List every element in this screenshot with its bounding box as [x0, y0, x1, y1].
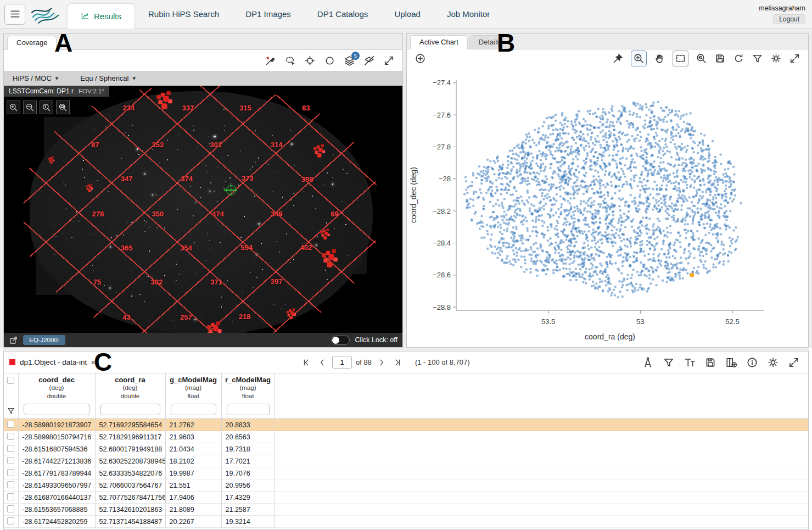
- table-row[interactable]: -28.58998015079471652.7182919691131721.9…: [4, 431, 808, 443]
- tab-dp1-images[interactable]: DP1 Images: [232, 0, 304, 29]
- tab-job-monitor[interactable]: Job Monitor: [434, 0, 503, 29]
- column-filter-input[interactable]: [171, 404, 216, 415]
- coverage-options-bar: HiPS / MOC ▾ Equ / Spherical ▾: [4, 71, 402, 86]
- layers-icon[interactable]: 5: [344, 55, 355, 66]
- tab-dp1-catalogs[interactable]: DP1 Catalogs: [304, 0, 382, 29]
- coverage-toolbar: 5: [4, 50, 402, 71]
- box-select-icon[interactable]: [673, 51, 688, 66]
- hamburger-menu-button[interactable]: [4, 4, 25, 25]
- close-icon[interactable]: ×: [91, 358, 96, 367]
- settings-gear-icon[interactable]: [767, 356, 779, 369]
- visit-tile-number: 218: [239, 312, 251, 320]
- pan-hand-icon[interactable]: [654, 53, 665, 64]
- zoom-in-tool-icon[interactable]: [631, 51, 647, 66]
- tab-results[interactable]: Results: [67, 3, 135, 29]
- expand-icon[interactable]: [789, 53, 800, 64]
- draw-tools-icon[interactable]: [265, 55, 276, 66]
- circle-select-icon[interactable]: [324, 55, 335, 66]
- save-icon[interactable]: [714, 53, 726, 64]
- table-cell: -28.61516807594536: [18, 443, 95, 455]
- svg-text:−27.8: −27.8: [433, 143, 451, 151]
- drawing-compass-icon[interactable]: [642, 356, 654, 369]
- visit-tile-number: 87: [91, 141, 99, 149]
- popout-icon[interactable]: [9, 336, 18, 345]
- table-cell: 19.3214: [221, 516, 275, 528]
- column-filter-input[interactable]: [24, 404, 90, 415]
- coverage-panel: Coverage A 5 HiPS / MOC ▾ Equ / Spherica…: [3, 33, 403, 348]
- expand-icon[interactable]: [788, 356, 800, 369]
- first-page-icon[interactable]: [300, 356, 312, 369]
- table-row[interactable]: -28.61744227121383652.63025220873894518.…: [4, 455, 808, 467]
- column-header-g-cmodelmag[interactable]: g_cModelMag (mag) float: [165, 373, 221, 419]
- zoom-1to1-icon[interactable]: [40, 101, 53, 114]
- layers-count-badge: 5: [351, 52, 360, 60]
- logout-button[interactable]: Logout: [773, 14, 805, 24]
- zoom-reset-icon[interactable]: [696, 53, 707, 64]
- layers-off-icon[interactable]: [363, 55, 375, 66]
- column-filter-input[interactable]: [100, 404, 160, 415]
- text-view-icon[interactable]: [684, 356, 696, 369]
- tab-coverage[interactable]: Coverage: [7, 36, 57, 50]
- filler-cell: [275, 516, 808, 528]
- filter-icon[interactable]: [752, 53, 763, 64]
- lasso-select-icon[interactable]: [284, 55, 296, 66]
- filter-icon[interactable]: [663, 356, 675, 369]
- tab-active-chart[interactable]: Active Chart: [410, 35, 468, 49]
- table-cell: 21.0434: [165, 443, 221, 455]
- prev-page-icon[interactable]: [316, 356, 328, 369]
- row-checkbox[interactable]: [7, 505, 14, 512]
- tab-upload[interactable]: Upload: [381, 0, 434, 29]
- table-row[interactable]: -28.61687016644013752.70775267847175617.…: [4, 492, 808, 504]
- settings-gear-icon[interactable]: [770, 53, 782, 64]
- table-row[interactable]: -28.6172445282025952.7137145418848720.22…: [4, 516, 808, 528]
- row-checkbox[interactable]: [7, 433, 14, 440]
- hips-moc-dropdown[interactable]: HiPS / MOC ▾: [13, 74, 58, 82]
- last-page-icon[interactable]: [391, 356, 404, 369]
- page-number-input[interactable]: [332, 356, 352, 369]
- column-filter-input[interactable]: [227, 404, 270, 415]
- table-row[interactable]: -28.61779178378994452.6333353482207619.9…: [4, 467, 808, 479]
- row-checkbox[interactable]: [7, 481, 14, 488]
- info-icon[interactable]: [746, 356, 758, 369]
- row-checkbox[interactable]: [7, 493, 14, 500]
- row-checkbox[interactable]: [7, 469, 14, 476]
- table-tab-label[interactable]: dp1.Object - data-int: [20, 358, 87, 366]
- recenter-icon[interactable]: [304, 55, 316, 66]
- save-icon[interactable]: [704, 356, 716, 369]
- svg-text:−27.4: −27.4: [433, 79, 451, 87]
- table-cell: -28.589980150794716: [18, 431, 95, 443]
- scatter-chart[interactable]: 53.55352.5−27.4−27.6−27.8−28−28.2−28.4−2…: [407, 68, 808, 347]
- sky-coverage-view[interactable]: 2343373158387353301314347374373398278350…: [4, 86, 402, 347]
- visit-tile-number: 257: [180, 313, 192, 321]
- table-row[interactable]: -28.6151680759453652.6800179194918821.04…: [4, 443, 808, 455]
- table-cell: 17.9406: [165, 492, 221, 504]
- tab-details[interactable]: Details: [469, 35, 510, 49]
- zoom-fit-icon[interactable]: [56, 101, 70, 114]
- row-checkbox[interactable]: [7, 457, 14, 464]
- zoom-in-icon[interactable]: [7, 101, 20, 114]
- add-column-icon[interactable]: [725, 356, 737, 369]
- select-all-checkbox[interactable]: [7, 377, 14, 384]
- restore-icon[interactable]: [733, 53, 744, 64]
- visit-tile-number: 83: [302, 104, 310, 112]
- row-checkbox[interactable]: [7, 421, 14, 428]
- table-cell: 19.7318: [221, 443, 275, 455]
- table-row[interactable]: -28.61493309650799752.7066003756476721.5…: [4, 479, 808, 492]
- add-chart-icon[interactable]: [415, 53, 426, 64]
- click-lock-toggle[interactable]: [331, 336, 350, 345]
- next-page-icon[interactable]: [376, 356, 388, 369]
- table-row[interactable]: -28.58980192187390752.7169229558465421.2…: [4, 419, 808, 431]
- column-header-coord-ra[interactable]: coord_ra (deg) double: [95, 373, 165, 419]
- zoom-out-icon[interactable]: [23, 101, 37, 114]
- projection-dropdown[interactable]: Equ / Spherical ▾: [80, 74, 136, 82]
- chart-toolbar: [407, 49, 808, 68]
- expand-icon[interactable]: [383, 55, 395, 66]
- column-header-r-cmodelmag[interactable]: r_cModelMag (mag) float: [221, 373, 275, 419]
- column-header-coord-dec[interactable]: coord_dec (deg) double: [18, 373, 95, 419]
- table-row[interactable]: -28.6155365706888552.7134261020186321.80…: [4, 504, 808, 516]
- row-checkbox[interactable]: [7, 517, 14, 525]
- pin-icon[interactable]: [612, 53, 624, 64]
- tab-rubin-hips-search[interactable]: Rubin HiPS Search: [135, 0, 232, 29]
- coord-readout: EQ-J2000:: [23, 335, 65, 345]
- row-checkbox[interactable]: [7, 445, 14, 452]
